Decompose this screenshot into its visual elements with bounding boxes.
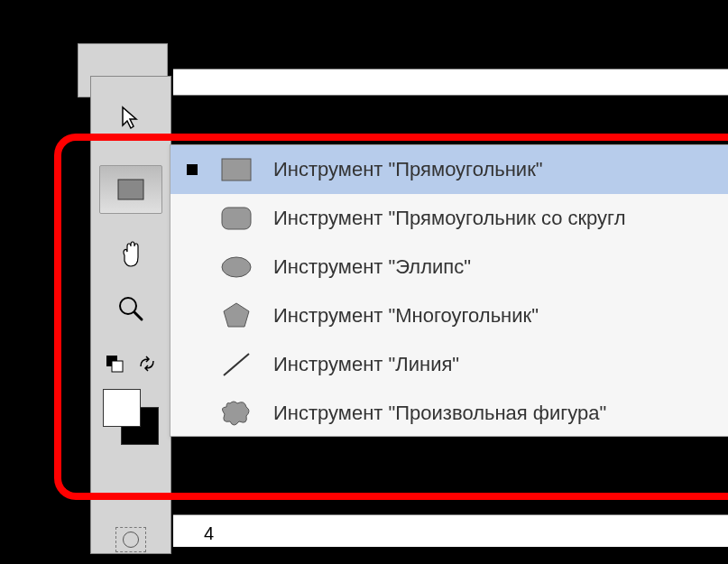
mask-mode-row	[90, 523, 171, 556]
cursor-icon	[119, 106, 143, 133]
highlight-box	[54, 134, 728, 500]
ruler-tick-label: 4	[204, 523, 214, 544]
ruler-horizontal-top	[173, 69, 728, 96]
ruler-horizontal-bottom	[173, 514, 728, 547]
circle-icon	[123, 532, 139, 548]
quick-mask-toggle[interactable]	[115, 527, 146, 552]
